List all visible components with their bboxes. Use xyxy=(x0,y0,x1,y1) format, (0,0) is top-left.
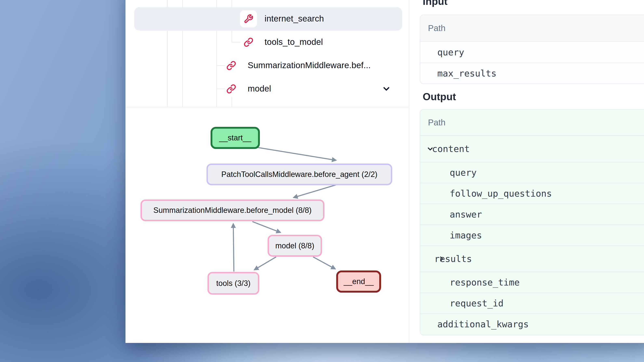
path-row-additional_kwargs[interactable]: additional_kwargs xyxy=(420,314,644,335)
graph-edge xyxy=(293,184,338,198)
path-row-label: query xyxy=(450,167,476,178)
tree-item-tools_to_model[interactable]: tools_to_model xyxy=(126,30,409,54)
graph-edges xyxy=(126,107,409,343)
tree-item-label: SummarizationMiddleware.bef... xyxy=(248,60,371,70)
path-row-label: answer xyxy=(450,209,482,220)
input-path-table: Path querymax_results xyxy=(420,14,644,84)
graph-node-label: __start__ xyxy=(219,133,251,142)
graph-node-patch[interactable]: PatchToolCallsMiddleware.before_agent (2… xyxy=(206,164,392,185)
output-path-table: Path contentqueryfollow_up_questionsansw… xyxy=(420,109,644,335)
path-row-label: max_results xyxy=(437,68,496,78)
graph-node-label: SummarizationMiddleware.before_model (8/… xyxy=(153,206,312,215)
tree-item-SummarizationMiddleware.bef...[interactable]: SummarizationMiddleware.bef... xyxy=(126,54,409,77)
input-path-header: Path xyxy=(420,15,644,42)
path-row-label: query xyxy=(437,47,464,57)
graph-node-tools[interactable]: tools (3/3) xyxy=(208,272,259,295)
path-row-images[interactable]: images xyxy=(420,225,644,246)
graph-node-end[interactable]: __end__ xyxy=(336,271,381,293)
link-icon xyxy=(244,37,254,47)
path-row-label: images xyxy=(450,230,482,240)
path-row-label: response_time xyxy=(450,277,520,288)
tree-item-label: model xyxy=(248,84,271,93)
graph-edge xyxy=(254,257,276,270)
chevron-down-icon[interactable] xyxy=(382,84,391,93)
path-row-label: follow_up_questions xyxy=(450,188,552,199)
output-heading: Output xyxy=(423,91,456,102)
trace-panel: internet_searchtools_to_modelSummarizati… xyxy=(126,0,409,343)
tree-item-internet_search[interactable]: internet_search xyxy=(126,7,409,31)
graph-node-summarization[interactable]: SummarizationMiddleware.before_model (8/… xyxy=(140,199,324,221)
path-row-answer[interactable]: answer xyxy=(420,204,644,225)
graph-node-label: tools (3/3) xyxy=(216,279,250,288)
tree-item-model[interactable]: model xyxy=(126,77,409,101)
path-row-label: results xyxy=(434,254,472,264)
output-path-header: Path xyxy=(420,110,644,136)
path-row-results[interactable]: results xyxy=(420,246,644,272)
path-row-query[interactable]: query xyxy=(420,42,644,63)
graph-node-label: __end__ xyxy=(344,277,374,286)
inspector-panel: Input Path querymax_results Output Path … xyxy=(409,0,644,343)
tool-icon-chip xyxy=(240,10,257,27)
graph-node-start[interactable]: __start__ xyxy=(210,127,260,149)
graph-edge xyxy=(254,147,336,160)
input-heading: Input xyxy=(423,0,448,7)
wrench-icon xyxy=(244,14,254,24)
graph-edge xyxy=(252,222,280,233)
graph-node-label: PatchToolCallsMiddleware.before_agent (2… xyxy=(221,170,378,179)
trace-viewer-window: internet_searchtools_to_modelSummarizati… xyxy=(126,0,644,343)
path-row-label: content xyxy=(432,144,470,154)
path-header-label: Path xyxy=(428,23,446,33)
graph-edge xyxy=(233,224,234,272)
graph-canvas: __start__PatchToolCallsMiddleware.before… xyxy=(126,107,409,343)
path-row-label: request_id xyxy=(450,298,504,309)
tree-item-label: tools_to_model xyxy=(264,37,323,47)
tree-item-label: internet_search xyxy=(264,14,324,23)
path-row-max_results[interactable]: max_results xyxy=(420,63,644,84)
link-icon xyxy=(226,84,236,94)
run-tree: internet_searchtools_to_modelSummarizati… xyxy=(126,0,409,107)
path-row-request_id[interactable]: request_id xyxy=(420,293,644,314)
graph-node-model[interactable]: model (8/8) xyxy=(268,235,322,257)
graph-node-label: model (8/8) xyxy=(275,242,314,250)
link-icon xyxy=(226,61,236,70)
graph-edge xyxy=(313,257,336,269)
path-row-response_time[interactable]: response_time xyxy=(420,272,644,293)
desktop: internet_searchtools_to_modelSummarizati… xyxy=(0,0,644,362)
path-row-query[interactable]: query xyxy=(420,162,644,183)
path-row-label: additional_kwargs xyxy=(437,319,529,329)
path-header-label: Path xyxy=(428,118,446,127)
path-row-content[interactable]: content xyxy=(420,136,644,162)
path-row-follow_up_questions[interactable]: follow_up_questions xyxy=(420,183,644,204)
